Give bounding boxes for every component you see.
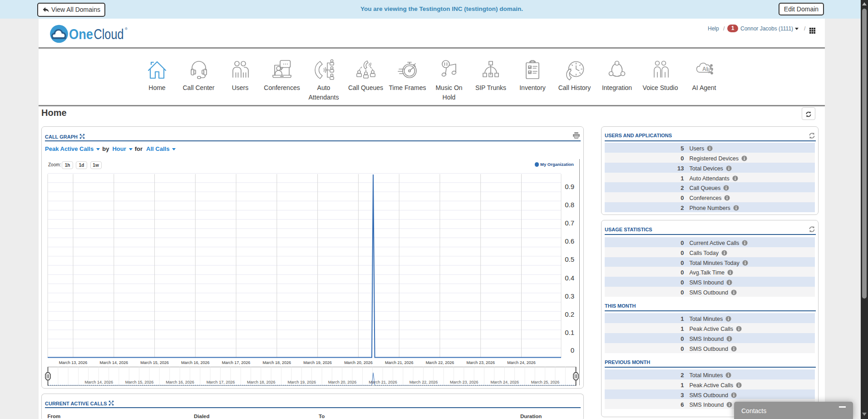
svg-text:0.2: 0.2 [565,310,574,318]
svg-text:March 14, 2026: March 14, 2026 [84,380,113,384]
svg-text:March 15, 2026: March 15, 2026 [125,380,154,384]
svg-text:0.8: 0.8 [565,201,574,209]
svg-text:Cloud: Cloud [94,26,124,42]
svg-text:March 21, 2026: March 21, 2026 [369,380,397,384]
svg-text:March 22, 2026: March 22, 2026 [409,380,438,384]
svg-text:March 23, 2026: March 23, 2026 [466,360,495,365]
svg-text:March 24, 2026: March 24, 2026 [490,380,519,384]
svg-text:March 20, 2026: March 20, 2026 [344,360,373,365]
svg-text:March 13, 2026: March 13, 2026 [59,360,88,365]
svg-text:0.5: 0.5 [565,255,574,263]
svg-text:March 17, 2026: March 17, 2026 [207,380,235,384]
svg-text:One: One [69,26,93,42]
svg-text:March 18, 2026: March 18, 2026 [263,360,291,365]
svg-text:0.3: 0.3 [565,292,574,300]
svg-text:March 17, 2026: March 17, 2026 [222,360,251,365]
svg-text:0.6: 0.6 [565,237,574,245]
svg-text:March 19, 2026: March 19, 2026 [303,360,332,365]
svg-text:March 19, 2026: March 19, 2026 [287,380,316,384]
svg-text:0.9: 0.9 [565,183,574,190]
svg-text:March 24, 2026: March 24, 2026 [507,360,536,365]
svg-text:®: ® [125,27,128,31]
svg-text:March 21, 2026: March 21, 2026 [385,360,414,365]
svg-text:March 16, 2026: March 16, 2026 [181,360,210,365]
svg-text:0.7: 0.7 [565,219,574,227]
svg-text:March 23, 2026: March 23, 2026 [450,380,478,384]
svg-text:0: 0 [571,346,574,354]
svg-text:0.4: 0.4 [565,274,574,282]
svg-text:March 25, 2026: March 25, 2026 [531,380,560,384]
svg-text:0.1: 0.1 [565,329,574,336]
svg-text:March 15, 2026: March 15, 2026 [140,360,169,365]
svg-text:March 14, 2026: March 14, 2026 [100,360,128,365]
svg-text:March 18, 2026: March 18, 2026 [247,380,276,384]
svg-text:March 16, 2026: March 16, 2026 [166,380,194,384]
svg-text:AI: AI [702,66,708,72]
svg-text:March 20, 2026: March 20, 2026 [328,380,357,384]
svg-text:March 22, 2026: March 22, 2026 [426,360,454,365]
